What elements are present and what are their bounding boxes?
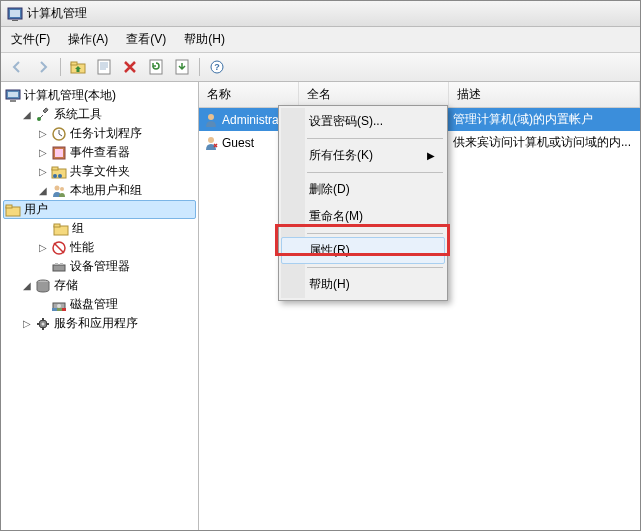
collapse-icon[interactable]: ◢ — [21, 109, 32, 120]
context-separator — [307, 267, 443, 268]
tree-label: 设备管理器 — [70, 258, 130, 275]
tree-label: 存储 — [54, 277, 78, 294]
disk-icon — [51, 297, 67, 313]
ctx-help[interactable]: 帮助(H) — [281, 271, 445, 298]
svg-rect-1 — [10, 10, 20, 17]
back-button — [5, 56, 29, 78]
ctx-properties[interactable]: 属性(R) — [281, 237, 445, 264]
tree-label: 计算机管理(本地) — [24, 87, 116, 104]
tree-event-viewer[interactable]: ▷ 事件查看器 — [3, 143, 196, 162]
col-desc[interactable]: 描述 — [449, 82, 640, 107]
toolbar: ? — [1, 53, 640, 82]
tree-disk-management[interactable]: 磁盘管理 — [3, 295, 196, 314]
svg-rect-28 — [6, 205, 12, 208]
window-title: 计算机管理 — [27, 5, 87, 22]
mmc-window: 计算机管理 文件(F) 操作(A) 查看(V) 帮助(H) ? 计算机管理(本地… — [0, 0, 641, 531]
blank-icon — [37, 299, 48, 310]
svg-point-45 — [208, 137, 214, 143]
perf-icon — [51, 240, 67, 256]
svg-rect-10 — [150, 60, 162, 74]
svg-rect-16 — [10, 100, 16, 102]
export-button[interactable] — [170, 56, 194, 78]
toolbar-separator — [60, 58, 61, 76]
user-icon — [203, 135, 219, 151]
tree-local-users-groups[interactable]: ◢ 本地用户和组 — [3, 181, 196, 200]
svg-point-26 — [60, 187, 64, 191]
properties-button[interactable] — [92, 56, 116, 78]
col-fullname[interactable]: 全名 — [299, 82, 449, 107]
up-button[interactable] — [66, 56, 90, 78]
ctx-delete[interactable]: 删除(D) — [281, 176, 445, 203]
services-icon — [35, 316, 51, 332]
tree-label: 组 — [72, 220, 84, 237]
svg-rect-20 — [55, 149, 63, 157]
tree-root[interactable]: 计算机管理(本地) — [3, 86, 196, 105]
menu-file[interactable]: 文件(F) — [5, 29, 56, 50]
expand-icon[interactable]: ▷ — [37, 242, 48, 253]
tree-storage[interactable]: ◢ 存储 — [3, 276, 196, 295]
tree-groups[interactable]: 组 — [3, 219, 196, 238]
tree-label: 服务和应用程序 — [54, 315, 138, 332]
tree-label: 用户 — [24, 201, 48, 218]
toolbar-separator — [199, 58, 200, 76]
cell-desc: 管理计算机(域)的内置帐户 — [449, 109, 640, 130]
svg-point-38 — [57, 304, 61, 308]
tree-pane[interactable]: 计算机管理(本地) ◢ 系统工具 ▷ 任务计划程序 ▷ 事件查看器 ▷ 共享文件… — [1, 82, 199, 530]
help-button[interactable]: ? — [205, 56, 229, 78]
ctx-label: 所有任务(K) — [309, 147, 373, 164]
tree-label: 性能 — [70, 239, 94, 256]
svg-rect-2 — [12, 20, 18, 21]
titlebar: 计算机管理 — [1, 1, 640, 27]
expand-icon[interactable]: ▷ — [37, 147, 48, 158]
clock-icon — [51, 126, 67, 142]
svg-point-17 — [37, 117, 41, 121]
expand-icon[interactable]: ▷ — [37, 128, 48, 139]
computer-icon — [5, 88, 21, 104]
ctx-set-password[interactable]: 设置密码(S)... — [281, 108, 445, 135]
tree-users[interactable]: 用户 — [3, 200, 196, 219]
blank-icon — [37, 261, 48, 272]
svg-rect-35 — [60, 263, 63, 265]
tree-label: 系统工具 — [54, 106, 102, 123]
expand-icon[interactable]: ▷ — [21, 318, 32, 329]
expand-icon[interactable]: ▷ — [37, 166, 48, 177]
ctx-all-tasks[interactable]: 所有任务(K)▶ — [281, 142, 445, 169]
menu-action[interactable]: 操作(A) — [62, 29, 114, 50]
context-separator — [307, 233, 443, 234]
svg-rect-33 — [53, 265, 65, 271]
cell-text: Administrat — [222, 113, 282, 127]
ctx-label: 帮助(H) — [309, 276, 350, 293]
cell-desc: 供来宾访问计算机或访问域的内... — [449, 132, 640, 153]
tree-system-tools[interactable]: ◢ 系统工具 — [3, 105, 196, 124]
tree-label: 本地用户和组 — [70, 182, 142, 199]
users-icon — [51, 183, 67, 199]
tree-task-scheduler[interactable]: ▷ 任务计划程序 — [3, 124, 196, 143]
tree-services-apps[interactable]: ▷ 服务和应用程序 — [3, 314, 196, 333]
tree-shared-folders[interactable]: ▷ 共享文件夹 — [3, 162, 196, 181]
menu-help[interactable]: 帮助(H) — [178, 29, 231, 50]
delete-button[interactable] — [118, 56, 142, 78]
svg-point-44 — [208, 114, 214, 120]
tree-label: 磁盘管理 — [70, 296, 118, 313]
tree-device-manager[interactable]: 设备管理器 — [3, 257, 196, 276]
refresh-button[interactable] — [144, 56, 168, 78]
tree-label: 事件查看器 — [70, 144, 130, 161]
ctx-label: 删除(D) — [309, 181, 350, 198]
svg-rect-4 — [71, 62, 77, 65]
tools-icon — [35, 107, 51, 123]
context-separator — [307, 172, 443, 173]
col-name[interactable]: 名称 — [199, 82, 299, 107]
collapse-icon[interactable]: ◢ — [37, 185, 48, 196]
ctx-rename[interactable]: 重命名(M) — [281, 203, 445, 230]
folder-icon — [5, 202, 21, 218]
svg-rect-40 — [57, 308, 62, 311]
svg-rect-41 — [62, 308, 66, 311]
svg-rect-15 — [8, 92, 18, 97]
menu-view[interactable]: 查看(V) — [120, 29, 172, 50]
tree-label: 任务计划程序 — [70, 125, 142, 142]
tree-performance[interactable]: ▷ 性能 — [3, 238, 196, 257]
collapse-icon[interactable]: ◢ — [21, 280, 32, 291]
ctx-label: 设置密码(S)... — [309, 113, 383, 130]
submenu-arrow-icon: ▶ — [427, 150, 435, 161]
svg-rect-39 — [52, 308, 57, 311]
